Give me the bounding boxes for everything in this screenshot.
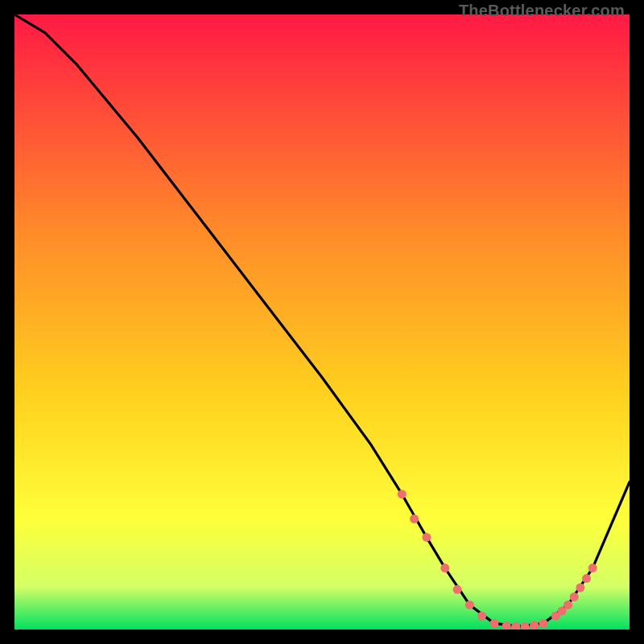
curve-marker <box>576 584 584 592</box>
curve-marker <box>582 574 591 583</box>
curve-marker <box>489 619 498 628</box>
curve-marker <box>453 585 462 594</box>
curve-marker <box>588 564 597 572</box>
watermark-text: TheBottlenecker.com <box>459 2 625 20</box>
curve-marker <box>477 612 486 621</box>
curve-marker <box>440 564 449 572</box>
curve-marker <box>410 514 419 523</box>
curve-marker <box>422 533 431 542</box>
curve-marker <box>398 489 407 498</box>
chart-frame <box>14 14 630 630</box>
chart-svg <box>14 14 630 630</box>
curve-marker <box>539 619 548 628</box>
gradient-background <box>14 14 630 630</box>
curve-marker <box>530 621 539 630</box>
curve-marker <box>570 592 579 601</box>
curve-marker <box>564 601 572 609</box>
curve-marker <box>465 601 474 609</box>
